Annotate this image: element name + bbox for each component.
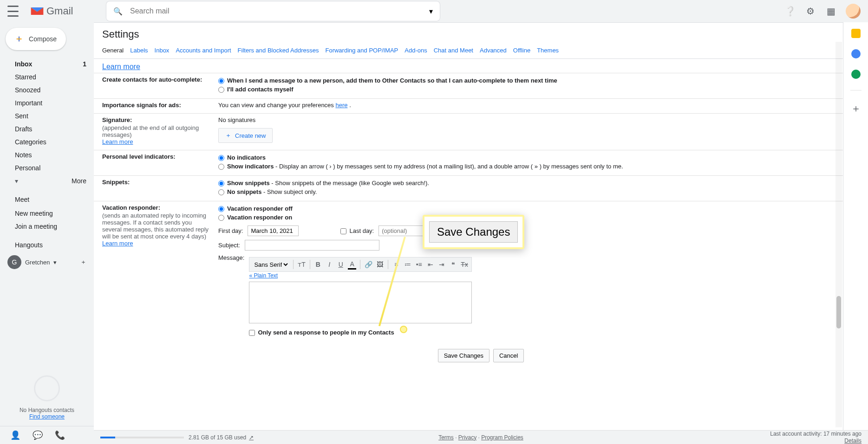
tab-forwarding-pop-imap[interactable]: Forwarding and POP/IMAP [325, 44, 398, 58]
plain-text-link[interactable]: « Plain Text [249, 272, 278, 279]
signature-learn-more[interactable]: Learn more [102, 138, 133, 145]
radio-no-indicators[interactable] [218, 155, 224, 161]
sidebar-item-sent[interactable]: Sent [4, 109, 90, 122]
opt-no-snippets[interactable]: No snippets - Show subject only. [218, 187, 860, 196]
settings-gear-icon[interactable]: ⚙ [805, 6, 816, 17]
keep-icon[interactable] [851, 29, 861, 38]
message-textarea[interactable] [249, 282, 472, 323]
importance-here-link[interactable]: here [335, 102, 347, 109]
radio-create-contacts-manual[interactable] [218, 87, 224, 93]
indent-more-icon[interactable]: ⇥ [437, 259, 446, 270]
search-input[interactable] [130, 7, 422, 15]
subject-input[interactable] [245, 240, 379, 251]
tab-labels[interactable]: Labels [130, 44, 148, 58]
quote-icon[interactable]: ❝ [449, 259, 457, 270]
meet-new-meeting[interactable]: New meeting [4, 207, 90, 220]
italic-icon[interactable]: I [325, 259, 333, 270]
tab-themes[interactable]: Themes [537, 44, 559, 58]
radio-no-snippets[interactable] [218, 189, 224, 195]
sidebar-item-personal[interactable]: Personal [4, 161, 90, 174]
help-icon[interactable]: ❔ [784, 6, 796, 17]
storage-external-icon[interactable]: ↗ [249, 434, 254, 441]
tab-general[interactable]: General [102, 44, 124, 58]
sidebar-item-notes[interactable]: Notes [4, 148, 90, 161]
hangouts-user-chip[interactable]: G Gretchen ▾ ＋ [4, 252, 90, 272]
bold-icon[interactable]: B [314, 259, 322, 270]
footer-program-policies[interactable]: Program Policies [481, 434, 523, 441]
opt-show-indicators[interactable]: Show indicators - Display an arrow ( › )… [218, 162, 860, 171]
hangouts-person-icon[interactable]: 👤 [10, 430, 20, 440]
tasks-icon[interactable] [851, 49, 861, 58]
search-bar[interactable]: 🔍 ▾ [106, 1, 440, 21]
storage-bar[interactable] [100, 437, 184, 438]
sidebar-item-starred[interactable]: Starred [4, 71, 90, 84]
opt-vacation-on[interactable]: Vacation responder on [218, 213, 860, 222]
only-contacts-opt[interactable]: Only send a response to people in my Con… [249, 328, 472, 337]
opt-no-indicators[interactable]: No indicators [218, 153, 860, 162]
font-select[interactable]: Sans Serif [252, 261, 289, 269]
tab-accounts-import[interactable]: Accounts and Import [176, 44, 231, 58]
vacation-learn-more[interactable]: Learn more [102, 240, 133, 247]
indent-less-icon[interactable]: ⇤ [426, 259, 434, 270]
search-icon[interactable]: 🔍 [113, 7, 123, 16]
last-day-input[interactable] [379, 225, 430, 236]
opt-create-contacts-auto[interactable]: When I send a message to a new person, a… [218, 76, 860, 85]
insert-image-icon[interactable]: 🖼 [376, 259, 384, 270]
gmail-logo[interactable]: Gmail [30, 3, 76, 19]
footer-privacy[interactable]: Privacy [458, 434, 476, 441]
text-size-icon[interactable]: ᴛT [297, 259, 306, 270]
tab-filters-blocked[interactable]: Filters and Blocked Addresses [238, 44, 319, 58]
radio-vacation-off[interactable] [218, 206, 224, 212]
find-someone-link[interactable]: Find someone [29, 413, 65, 420]
radio-show-snippets[interactable] [218, 180, 224, 187]
sidebar-item-important[interactable]: Important [4, 97, 90, 109]
tab-advanced[interactable]: Advanced [480, 44, 507, 58]
tab-add-ons[interactable]: Add-ons [405, 44, 427, 58]
compose-button[interactable]: Compose [6, 28, 66, 50]
tab-inbox[interactable]: Inbox [155, 44, 170, 58]
sidebar-item-label: Starred [15, 73, 36, 81]
cancel-button[interactable]: Cancel [493, 349, 524, 362]
bulleted-list-icon[interactable]: •≡ [415, 259, 423, 270]
scrollbar-thumb[interactable] [836, 296, 841, 328]
account-avatar[interactable] [846, 4, 861, 19]
first-day-input[interactable] [248, 225, 299, 236]
only-contacts-checkbox[interactable] [249, 330, 255, 336]
radio-create-contacts-auto[interactable] [218, 78, 224, 84]
opt-vacation-off[interactable]: Vacation responder off [218, 204, 860, 213]
main-scrollbar[interactable] [835, 42, 842, 427]
sidebar-item-inbox[interactable]: Inbox 1 [4, 58, 90, 71]
chevron-down-icon[interactable]: ▾ [53, 259, 57, 266]
details-link[interactable]: Details [844, 438, 861, 444]
apps-grid-icon[interactable]: ▦ [825, 6, 836, 17]
sidebar-item-drafts[interactable]: Drafts [4, 122, 90, 135]
contacts-icon[interactable] [851, 70, 861, 79]
radio-vacation-on[interactable] [218, 215, 224, 221]
learn-more-link-top[interactable]: Learn more [102, 63, 140, 71]
underline-icon[interactable]: U [336, 259, 345, 270]
sidebar-item-snoozed[interactable]: Snoozed [4, 84, 90, 97]
opt-create-contacts-manual[interactable]: I'll add contacts myself [218, 85, 860, 94]
remove-formatting-icon[interactable]: Tx [460, 259, 469, 270]
hangouts-chat-icon[interactable]: 💬 [33, 430, 43, 440]
opt-show-snippets[interactable]: Show snippets - Show snippets of the mes… [218, 179, 860, 187]
add-addon-icon[interactable]: ＋ [851, 102, 861, 116]
hamburger-menu-icon[interactable] [7, 6, 19, 17]
hangouts-phone-icon[interactable]: 📞 [55, 430, 65, 440]
sidebar-item-more[interactable]: More [4, 174, 90, 187]
sidebar-item-categories[interactable]: Categories [4, 135, 90, 148]
create-new-signature-button[interactable]: ＋ Create new [218, 128, 273, 143]
numbered-list-icon[interactable]: ≔ [404, 259, 412, 270]
plus-icon[interactable]: ＋ [80, 258, 86, 266]
meet-join-meeting[interactable]: Join a meeting [4, 220, 90, 233]
tab-chat-meet[interactable]: Chat and Meet [434, 44, 473, 58]
last-day-check[interactable]: Last day: [340, 226, 374, 235]
insert-link-icon[interactable]: 🔗 [364, 259, 372, 270]
footer-terms[interactable]: Terms [438, 434, 454, 441]
save-changes-button[interactable]: Save Changes [438, 349, 489, 362]
radio-show-indicators[interactable] [218, 164, 224, 170]
text-color-icon[interactable]: A [348, 259, 356, 270]
search-options-icon[interactable]: ▾ [429, 7, 433, 16]
last-day-checkbox[interactable] [340, 228, 346, 234]
tab-offline[interactable]: Offline [513, 44, 530, 58]
